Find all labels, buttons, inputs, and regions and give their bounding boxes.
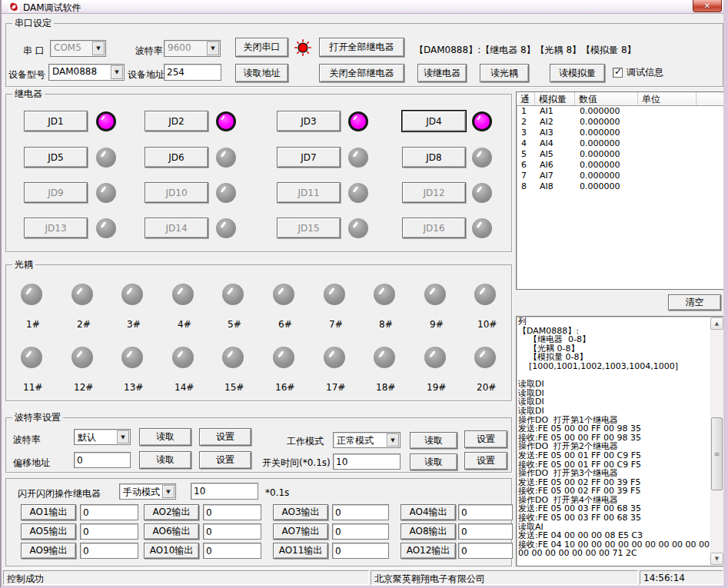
ao6-value-input[interactable] <box>203 523 261 540</box>
ao9-output-button[interactable]: AO9输出 <box>21 543 76 559</box>
work-mode-select[interactable]: 正常模式 ▼ <box>333 432 401 448</box>
opto-indicator-17 <box>324 347 345 368</box>
ao5-value-input[interactable] <box>80 523 138 540</box>
ao8-output-button[interactable]: AO8输出 <box>401 523 456 540</box>
col-channel[interactable]: 通 <box>517 92 535 105</box>
device-addr-input[interactable] <box>164 64 221 81</box>
log-scrollbar[interactable]: ▲ ≡ ▼ <box>710 317 723 565</box>
baud-set-button[interactable]: 设置 <box>199 428 251 446</box>
switch-time-read-button[interactable]: 读取 <box>410 453 457 470</box>
chevron-down-icon[interactable]: ▼ <box>162 485 175 498</box>
opto-indicator-3 <box>121 284 143 305</box>
ao10-value-input[interactable] <box>203 543 261 559</box>
model-select[interactable]: DAM0888 ▼ <box>48 64 125 81</box>
ao10-output-button[interactable]: AO10输出 <box>144 543 199 559</box>
relay-button-jd2[interactable]: JD2 <box>145 111 208 131</box>
relay-button-jd16[interactable]: JD16 <box>402 218 466 238</box>
read-opto-button[interactable]: 读光耦 <box>480 64 529 82</box>
baud-value: 9600 <box>168 42 191 53</box>
read-relay-button[interactable]: 读继电器 <box>417 64 467 82</box>
read-addr-button[interactable]: 读取地址 <box>235 64 288 82</box>
ao2-output-button[interactable]: AO2输出 <box>144 504 199 520</box>
ao8-value-input[interactable] <box>458 523 513 540</box>
opto-label-8: 8# <box>379 319 393 330</box>
device-info-label: 【DAM0888】:【继电器 8】【光耦 8】【模拟量 8】 <box>414 44 637 57</box>
col-extra <box>696 92 724 105</box>
relay-button-jd5[interactable]: JD5 <box>24 147 88 168</box>
col-unit[interactable]: 单位 <box>638 92 696 105</box>
relay-indicator-jd7 <box>348 148 368 168</box>
ao4-output-button[interactable]: AO4输出 <box>401 504 456 520</box>
relay-button-jd9[interactable]: JD9 <box>24 182 88 203</box>
ao11-output-button[interactable]: AO11输出 <box>273 543 328 559</box>
scroll-up-icon[interactable]: ▲ <box>710 317 723 330</box>
ao11-value-input[interactable] <box>332 543 389 559</box>
col-value[interactable]: 数值 <box>575 92 638 105</box>
relay-indicator-jd15 <box>348 218 368 238</box>
debug-log-text[interactable]: 列 【DAM0888】: 【继电器 0-8】 【光耦 0-8】 【模拟量 0-8… <box>518 317 710 565</box>
baud-read-button[interactable]: 读取 <box>139 428 191 446</box>
flash-mode-select[interactable]: 手动模式 ▼ <box>119 483 176 500</box>
relay-button-jd3[interactable]: JD3 <box>277 111 341 131</box>
chevron-down-icon[interactable]: ▼ <box>207 42 219 55</box>
opto-label-11: 11# <box>23 382 42 393</box>
status-bar: 控制成功 北京聚英翱翔电子有限公司 14:56:14 <box>2 568 723 586</box>
ao1-output-button[interactable]: AO1输出 <box>21 504 76 520</box>
chevron-down-icon[interactable]: ▼ <box>111 65 123 79</box>
ao12-value-input[interactable] <box>458 543 513 559</box>
ao6-output-button[interactable]: AO6输出 <box>144 523 199 540</box>
switch-time-input[interactable] <box>333 453 401 470</box>
scroll-down-icon[interactable]: ▼ <box>710 553 723 565</box>
ao7-value-input[interactable] <box>332 523 389 540</box>
chevron-down-icon[interactable]: ▼ <box>387 434 399 447</box>
ao5-output-button[interactable]: AO5输出 <box>21 523 76 540</box>
ao3-value-input[interactable] <box>332 504 389 520</box>
clear-log-button[interactable]: 清空 <box>668 294 721 311</box>
ao2-value-input[interactable] <box>203 504 261 520</box>
ao9-value-input[interactable] <box>80 543 138 559</box>
close-port-button[interactable]: 关闭串口 <box>235 38 288 57</box>
ao1-value-input[interactable] <box>80 504 138 520</box>
relay-button-jd14[interactable]: JD14 <box>145 218 208 238</box>
ao7-output-button[interactable]: AO7输出 <box>273 523 328 540</box>
opto-indicator-15 <box>222 347 244 368</box>
ao3-output-button[interactable]: AO3输出 <box>273 504 328 520</box>
chevron-down-icon[interactable]: ▼ <box>92 42 105 55</box>
baud-select[interactable]: 9600 ▼ <box>164 40 221 57</box>
col-analog[interactable]: 模拟量 <box>535 92 575 105</box>
opto-label-3: 3# <box>127 319 141 330</box>
relay-button-jd6[interactable]: JD6 <box>145 147 208 168</box>
relay-button-jd1[interactable]: JD1 <box>24 111 88 131</box>
flash-time-input[interactable] <box>191 483 258 500</box>
ao12-output-button[interactable]: AO12输出 <box>401 543 456 559</box>
baud-group-legend: 波特率设置 <box>12 412 63 423</box>
offset-set-button[interactable]: 设置 <box>199 451 251 469</box>
debug-log[interactable]: 列 【DAM0888】: 【继电器 0-8】 【光耦 0-8】 【模拟量 0-8… <box>516 316 725 566</box>
work-mode-read-button[interactable]: 读取 <box>410 432 457 449</box>
close-all-relays-button[interactable]: 关闭全部继电器 <box>319 64 404 82</box>
open-all-relays-button[interactable]: 打开全部继电器 <box>319 38 404 57</box>
opto-label-15: 15# <box>224 382 244 393</box>
read-analog-button[interactable]: 读模拟量 <box>550 64 605 82</box>
baudrate-select[interactable]: 默认 ▼ <box>74 429 131 445</box>
chevron-down-icon[interactable]: ▼ <box>117 430 129 443</box>
offset-addr-input[interactable] <box>74 452 131 468</box>
relay-button-jd12[interactable]: JD12 <box>402 182 466 203</box>
scrollbar-thumb[interactable]: ≡ <box>711 417 723 490</box>
relay-button-jd10[interactable]: JD10 <box>145 182 208 203</box>
relay-button-jd4[interactable]: JD4 <box>402 111 466 131</box>
close-button[interactable]: ✕ <box>693 0 722 12</box>
ao4-value-input[interactable] <box>458 504 513 520</box>
title-bar: DAM调试软件 ✕ <box>2 0 723 14</box>
relay-button-jd11[interactable]: JD11 <box>277 182 341 203</box>
offset-read-button[interactable]: 读取 <box>139 451 191 469</box>
relay-button-jd13[interactable]: JD13 <box>24 218 88 238</box>
port-select[interactable]: COM5 ▼ <box>50 40 106 57</box>
relay-button-jd7[interactable]: JD7 <box>277 147 341 168</box>
switch-time-set-button[interactable]: 设置 <box>464 452 507 470</box>
relay-button-jd8[interactable]: JD8 <box>402 147 466 168</box>
work-mode-set-button[interactable]: 设置 <box>464 430 507 448</box>
check-icon <box>613 68 623 78</box>
debug-info-checkbox[interactable]: 调试信息 <box>613 66 663 79</box>
relay-button-jd15[interactable]: JD15 <box>277 218 341 238</box>
